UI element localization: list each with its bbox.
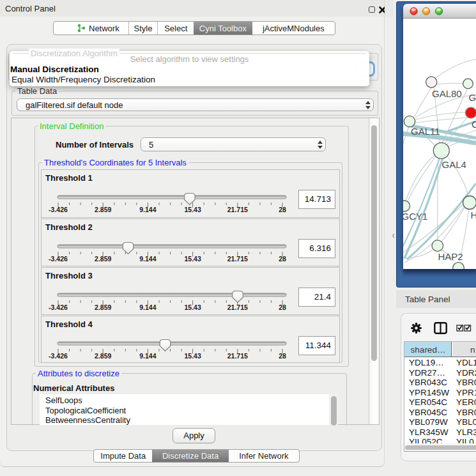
svg-text:28: 28	[279, 303, 286, 311]
svg-text:-3.426: -3.426	[49, 303, 68, 311]
svg-text:GAL80: GAL80	[432, 88, 462, 99]
svg-text:2.859: 2.859	[95, 255, 111, 263]
svg-text:2.859: 2.859	[95, 352, 111, 360]
svg-text:-3.426: -3.426	[49, 206, 68, 213]
svg-text:28: 28	[279, 352, 286, 360]
svg-text:21.715: 21.715	[227, 352, 248, 360]
svg-text:GAL11: GAL11	[411, 126, 440, 137]
svg-text:9.144: 9.144	[139, 352, 156, 360]
svg-text:GCY1: GCY1	[403, 211, 427, 222]
svg-text:-3.426: -3.426	[49, 255, 68, 263]
svg-text:9.144: 9.144	[139, 303, 156, 311]
svg-text:2.859: 2.859	[95, 303, 111, 311]
svg-text:21.715: 21.715	[227, 255, 248, 263]
svg-text:15.43: 15.43	[184, 206, 201, 213]
svg-text:28: 28	[279, 255, 286, 263]
svg-text:21.715: 21.715	[227, 303, 248, 311]
svg-text:9.144: 9.144	[139, 206, 156, 213]
svg-text:15.43: 15.43	[184, 352, 201, 360]
svg-text:GA: GA	[469, 92, 476, 103]
svg-text:HAP2: HAP2	[438, 251, 463, 262]
svg-text:-3.426: -3.426	[49, 352, 68, 360]
svg-text:9.144: 9.144	[139, 255, 156, 263]
svg-text:H: H	[471, 210, 476, 220]
svg-text:CY: CY	[472, 119, 476, 130]
svg-text:15.43: 15.43	[184, 255, 201, 263]
svg-text:21.715: 21.715	[227, 206, 248, 213]
svg-text:GAL4: GAL4	[442, 159, 466, 170]
svg-text:15.43: 15.43	[184, 303, 201, 311]
svg-text:2.859: 2.859	[95, 206, 111, 213]
svg-text:28: 28	[279, 206, 286, 213]
